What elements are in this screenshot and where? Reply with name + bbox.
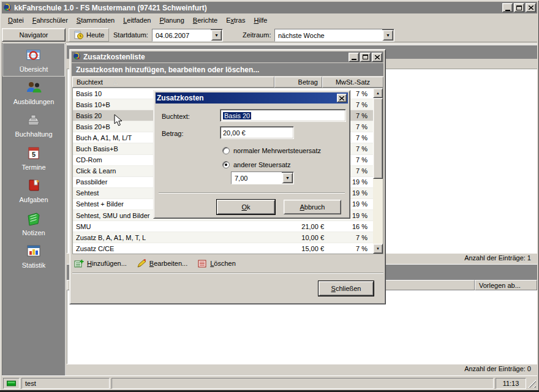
- notes-icon: [26, 211, 42, 227]
- menu-item-hilfe[interactable]: Hilfe: [249, 15, 271, 26]
- window-titlebar: kkFahrschule 1.0 - FS Mustermann (97421 …: [2, 2, 537, 13]
- tasks-icon: [26, 178, 42, 194]
- sidebar-item-statistik[interactable]: Statistik: [3, 239, 64, 272]
- zusatzkosten-titlebar: Zusatzkosten: [156, 92, 348, 104]
- hinzufuegen-button[interactable]: Hinzufügen...: [74, 258, 127, 268]
- scroll-down-button[interactable]: ▼: [373, 244, 383, 254]
- menu-item-fahrschueler[interactable]: Fahrschüler: [28, 15, 72, 26]
- zeitraum-label: Zeitraum:: [243, 31, 271, 39]
- students-icon: [26, 80, 42, 96]
- menu-item-leitfaden[interactable]: Leitfaden: [119, 15, 155, 26]
- menu-bar: DateiFahrschülerStammdatenLeitfadenPlanu…: [2, 14, 537, 26]
- zusatzkosten-dialog: Zusatzkosten Buchtext: Basis 20 Betrag: …: [153, 90, 350, 219]
- column-header-mwst[interactable]: MwSt.-Satz: [322, 77, 383, 88]
- column-header-vorlegen[interactable]: Vorlegen ab...: [475, 280, 537, 290]
- dialog-title: Zusatzkosten: [157, 94, 334, 102]
- menu-item-datei[interactable]: Datei: [4, 15, 28, 26]
- mouse-cursor: [114, 114, 123, 127]
- menu-item-extras[interactable]: Extras: [222, 15, 249, 26]
- calendar-icon: 5: [26, 145, 42, 161]
- zeitraum-combo[interactable]: nächste Woche ▼: [274, 29, 394, 42]
- startdatum-dropdown-button[interactable]: ▼: [211, 30, 222, 40]
- radio-anderer-steuersatz[interactable]: [222, 161, 230, 168]
- sidebar-item-termine[interactable]: 5Termine: [3, 141, 64, 174]
- arrow-up-icon: ▲: [376, 91, 380, 95]
- list-row[interactable]: Zusatz B, A, A1, M, T, L10,00 €7 %: [73, 232, 373, 243]
- minimize-icon: [505, 10, 510, 11]
- maximize-button[interactable]: [360, 53, 371, 62]
- chevron-down-icon: ▼: [386, 33, 390, 37]
- maximize-button[interactable]: [514, 3, 524, 12]
- row-buchtext: Zusatz B, A, A1, M, T, L: [73, 234, 275, 241]
- zusatzkostenliste-titlebar: Zusatzkostenliste: [72, 51, 383, 62]
- radio-normaler-label: normaler Mehrwertsteuersatz: [233, 147, 321, 154]
- sort-ascending-icon: △: [114, 79, 118, 85]
- betrag-input[interactable]: 20,00 €: [220, 126, 294, 139]
- resize-grip[interactable]: [528, 380, 536, 388]
- heute-button[interactable]: Heute: [69, 28, 109, 42]
- sidebar-item--bersicht[interactable]: Übersicht: [3, 43, 64, 76]
- sidebar-item-ausbildungen[interactable]: Ausbildungen: [3, 76, 64, 108]
- status-bar: test 11:13: [2, 375, 537, 390]
- chevron-down-icon: ▼: [285, 176, 290, 180]
- row-betrag: 10,00 €: [275, 234, 328, 241]
- menu-item-stammdaten[interactable]: Stammdaten: [72, 15, 119, 26]
- zeitraum-dropdown-button[interactable]: ▼: [383, 30, 393, 40]
- radio-normaler-steuersatz[interactable]: [222, 147, 230, 154]
- row-buchtext: Zusatz C/CE: [73, 245, 275, 252]
- steuersatz-value: 7,00: [232, 172, 282, 184]
- column-header-buchtext[interactable]: Buchtext △: [72, 77, 274, 88]
- add-icon: [74, 258, 84, 268]
- main-toolbar: Heute Startdatum: 04.06.2007 ▼ Zeitraum:…: [66, 27, 537, 43]
- steuersatz-combo[interactable]: 7,00 ▼: [231, 172, 294, 184]
- sidebar-item-label: Buchhaltung: [15, 130, 52, 138]
- edit-icon: [137, 258, 146, 268]
- close-button[interactable]: [526, 3, 536, 12]
- sidebar-item-buchhaltung[interactable]: Buchhaltung: [3, 109, 64, 141]
- schliessen-button[interactable]: Schließen: [318, 281, 374, 296]
- scroll-up-button[interactable]: ▲: [373, 88, 383, 98]
- row-buchtext: SMU: [73, 223, 275, 230]
- list-scrollbar[interactable]: ▲ ▼: [373, 88, 383, 254]
- close-button[interactable]: [372, 53, 382, 62]
- delete-icon: [197, 258, 207, 268]
- selected-text: Basis 20: [223, 112, 251, 119]
- loeschen-button[interactable]: Löschen: [197, 258, 236, 268]
- status-message-panel: [111, 378, 494, 389]
- sidebar-item-aufgaben[interactable]: Aufgaben: [3, 175, 64, 207]
- entries-count-bottom: Anzahl der Einträge: 0: [67, 364, 537, 375]
- sidebar-item-label: Statistik: [22, 262, 46, 269]
- menu-item-planung[interactable]: Planung: [155, 15, 188, 26]
- startdatum-combo[interactable]: 04.06.2007 ▼: [152, 29, 223, 42]
- minimize-button[interactable]: [349, 53, 359, 62]
- bearbeiten-button[interactable]: Bearbeiten...: [137, 258, 187, 268]
- betrag-label: Betrag:: [162, 130, 183, 137]
- list-actionbar: Hinzufügen... Bearbeiten... Löschen: [72, 256, 383, 271]
- zeitraum-value: nächste Woche: [275, 29, 382, 41]
- buchtext-input[interactable]: Basis 20: [220, 109, 346, 122]
- status-green-icon: [7, 380, 16, 386]
- row-mwst: 16 %: [328, 223, 373, 230]
- status-user-panel: test: [21, 378, 110, 389]
- row-mwst: 7 %: [328, 245, 373, 252]
- startdatum-value: 04.06.2007: [153, 29, 211, 41]
- menu-item-berichte[interactable]: Berichte: [189, 15, 222, 26]
- sidebar-item-notizen[interactable]: Notizen: [3, 207, 64, 239]
- scrollbar-thumb[interactable]: [373, 98, 383, 179]
- minimize-button[interactable]: [502, 3, 513, 12]
- list-row[interactable]: SMU21,00 €16 %: [73, 221, 373, 232]
- abbruch-button[interactable]: Abbruch: [284, 200, 341, 214]
- row-betrag: 21,00 €: [275, 223, 328, 230]
- list-row[interactable]: Zusatz C/CE15,00 €7 %: [73, 243, 373, 254]
- statistics-icon: [26, 243, 42, 259]
- app-window: kkFahrschule 1.0 - FS Mustermann (97421 …: [0, 0, 539, 392]
- startdatum-label: Startdatum:: [113, 31, 148, 39]
- close-button[interactable]: [337, 94, 347, 102]
- navigator-button[interactable]: Navigator: [2, 28, 66, 42]
- divider: [72, 273, 383, 274]
- column-header-betrag[interactable]: Betrag: [274, 77, 322, 88]
- status-indicator-panel: [3, 378, 20, 389]
- sidebar-item-label: Notizen: [22, 229, 45, 236]
- steuersatz-dropdown-button[interactable]: ▼: [282, 173, 293, 183]
- ok-button[interactable]: Ok: [217, 200, 275, 214]
